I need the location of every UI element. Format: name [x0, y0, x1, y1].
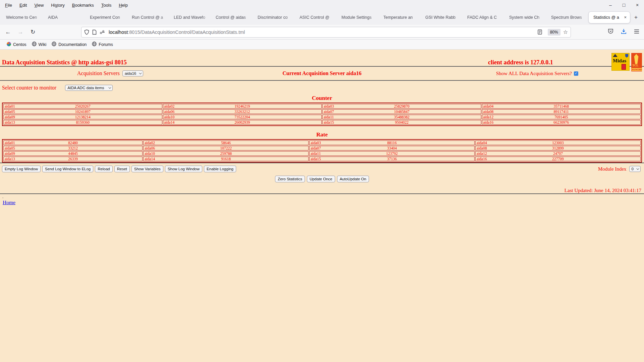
channel-label: aida11: [324, 115, 334, 119]
counter-monitor-select[interactable]: AIDA ADC data items: [65, 85, 113, 91]
zoom-level-badge[interactable]: 80%: [548, 29, 560, 36]
tab-control-aidas[interactable]: Control @ aidas: [211, 11, 253, 23]
site-info-icon[interactable]: [100, 30, 105, 34]
acquisition-server-selected: aida16: [125, 71, 137, 75]
chevron-down-icon: [108, 86, 111, 88]
rate-row: aida0944845aida10259788aida11123792aida1…: [3, 151, 641, 156]
tab-led-and-wavefo[interactable]: LED and Wavefo: [169, 11, 211, 23]
midas-logo-text: Midas: [613, 58, 626, 64]
channel-label: aida07: [311, 146, 321, 150]
download-icon[interactable]: [621, 28, 627, 36]
counter-cell: aida127691405: [482, 115, 641, 119]
home-link[interactable]: Home: [3, 199, 15, 205]
tab-system-wide-ch[interactable]: System wide Ch: [504, 11, 546, 23]
tab-aida[interactable]: AIDA: [43, 11, 85, 23]
send-log-window-to-elog-button[interactable]: Send Log Window to ELog: [42, 166, 93, 172]
counter-cell: aida0325829870: [322, 104, 481, 109]
counter-row: aida0125020267aida0219246219aida03258298…: [3, 104, 641, 109]
shield-icon[interactable]: [84, 29, 89, 35]
enable-logging-button[interactable]: Enable Logging: [204, 166, 236, 172]
rate-cell: aida10259788: [143, 151, 309, 156]
tab-fadc-align-c[interactable]: FADC Align & C: [463, 11, 504, 23]
acquisition-server-select[interactable]: aida16: [122, 70, 144, 76]
menu-help[interactable]: Help: [115, 2, 131, 9]
centos-icon: [7, 42, 11, 47]
tab-welcome-to-cen[interactable]: Welcome to Cen: [1, 11, 43, 23]
bookmark-documentation[interactable]: Documentation: [49, 41, 89, 48]
menu-tools[interactable]: Tools: [98, 2, 115, 9]
show-variables-button[interactable]: Show Variables: [131, 166, 163, 172]
page-content: Data Acquisition Statistics @ http aidas…: [0, 50, 644, 362]
autoupdate-on-button[interactable]: AutoUpdate On: [337, 176, 369, 182]
counter-row: aida138159360aida1426002939aida159504022…: [3, 120, 641, 125]
channel-label: aida08: [477, 146, 487, 150]
counter-cell: aida1135488382: [322, 115, 481, 119]
reload-icon[interactable]: ↻: [28, 27, 38, 37]
channel-value: 88116: [310, 141, 474, 145]
bookmark-wiki[interactable]: Wiki: [29, 41, 49, 48]
menu-hamburger-icon[interactable]: [634, 29, 639, 35]
channel-label: aida08: [483, 110, 494, 114]
close-button[interactable]: ×: [633, 1, 641, 9]
rate-row: aida1326339aida1491618aida1537136aida162…: [3, 157, 641, 161]
channel-value: 91618: [144, 157, 308, 161]
bookmark-star-icon[interactable]: ☆: [563, 29, 568, 35]
channel-value: 82480: [4, 141, 142, 145]
tab-spectrum-brows[interactable]: Spectrum Brows: [546, 11, 588, 23]
menu-bookmarks[interactable]: Bookmarks: [68, 2, 98, 9]
reader-mode-icon[interactable]: [538, 29, 542, 35]
show-log-window-button[interactable]: Show Log Window: [165, 166, 202, 172]
tab-experiment-con[interactable]: Experiment Con: [85, 11, 127, 23]
url-bar[interactable]: localhost:8015/DataAcquisitionControl/Da…: [81, 27, 571, 38]
maximize-button[interactable]: □: [620, 1, 628, 9]
reload-button[interactable]: Reload: [95, 166, 112, 172]
channel-label: aida01: [5, 104, 15, 108]
log-buttons-row: Empty Log WindowSend Log Window to ELogR…: [0, 163, 644, 172]
tab-asic-control[interactable]: ASIC Control @: [295, 11, 337, 23]
empty-log-window-button[interactable]: Empty Log Window: [2, 166, 41, 172]
zero-statistics-button[interactable]: Zero Statistics: [275, 176, 305, 182]
channel-label: aida07: [324, 110, 334, 114]
channel-label: aida11: [311, 152, 321, 156]
update-once-button[interactable]: Update Once: [307, 176, 335, 182]
close-tab-icon[interactable]: ×: [623, 12, 628, 23]
menu-file[interactable]: File: [1, 2, 16, 9]
menu-edit[interactable]: Edit: [16, 2, 31, 9]
pocket-icon[interactable]: [608, 28, 613, 36]
channel-value: 33212: [4, 146, 142, 150]
tab-discriminator-co[interactable]: Discriminator co: [253, 11, 295, 23]
counter-cell: aida0125020267: [3, 104, 162, 109]
bookmark-label: Forums: [99, 42, 113, 47]
back-icon[interactable]: ←: [3, 27, 13, 37]
bookmark-centos[interactable]: Centos: [4, 41, 29, 48]
rate-cell: aida06107222: [143, 146, 309, 150]
channel-label: aida14: [164, 120, 175, 124]
new-tab-button[interactable]: +: [630, 14, 642, 21]
show-all-servers-checkbox[interactable]: ✓: [574, 71, 578, 76]
tab-temperature-an[interactable]: Temperature an: [379, 11, 421, 23]
tab-module-settings[interactable]: Module Settings: [337, 11, 379, 23]
tab-gsi-white-rabb[interactable]: GSI White Rabb: [421, 11, 463, 23]
channel-value: 19246219: [163, 104, 322, 108]
menu-view[interactable]: View: [31, 2, 47, 9]
channel-value: 33263212: [163, 110, 322, 114]
forward-icon[interactable]: →: [15, 27, 26, 37]
module-index-select[interactable]: 0: [629, 166, 641, 172]
window-controls: – □ ×: [606, 1, 644, 9]
bookmark-forums[interactable]: Forums: [89, 41, 115, 48]
page-icon[interactable]: [92, 29, 97, 35]
rate-cell: aida0182480: [3, 140, 143, 145]
minimize-button[interactable]: –: [606, 1, 614, 9]
rate-cell: aida1326339: [3, 157, 143, 161]
reset-button[interactable]: Reset: [114, 166, 130, 172]
tab-run-control-a[interactable]: Run Control @ a: [127, 11, 169, 23]
counter-cell: aida1426002939: [163, 120, 322, 125]
menu-history[interactable]: History: [47, 2, 68, 9]
rate-cell: aida1491618: [143, 157, 309, 161]
counter-cell: aida0510241897: [3, 109, 162, 114]
tab-statistics-active[interactable]: Statistics @ a ×: [588, 11, 630, 23]
globe-icon: [92, 42, 97, 47]
url-text[interactable]: localhost:8015/DataAcquisitionControl/Da…: [109, 29, 538, 35]
channel-value: 123792: [310, 152, 474, 156]
channel-label: aida02: [145, 141, 155, 145]
